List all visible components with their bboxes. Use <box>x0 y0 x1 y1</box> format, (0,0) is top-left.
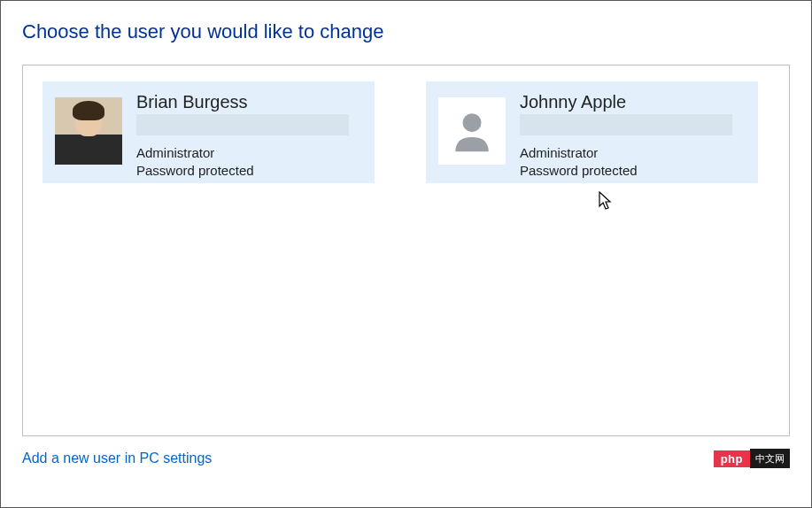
badge-left: php <box>714 450 750 467</box>
user-role: Administrator <box>520 144 746 162</box>
user-info: Brian Burgess Administrator Password pro… <box>136 92 362 181</box>
main-content: Choose the user you would like to change… <box>1 1 811 484</box>
user-tile-brian-burgess[interactable]: Brian Burgess Administrator Password pro… <box>43 81 375 183</box>
user-role: Administrator <box>136 144 362 162</box>
redacted-email <box>520 114 732 135</box>
user-password-status: Password protected <box>136 162 362 180</box>
php-badge: php 中文网 <box>714 449 790 468</box>
user-tile-johnny-apple[interactable]: Johnny Apple Administrator Password prot… <box>426 81 758 183</box>
avatar <box>55 97 122 165</box>
redacted-email <box>136 114 349 135</box>
badge-right: 中文网 <box>750 449 790 468</box>
user-name: Johnny Apple <box>520 92 746 112</box>
add-user-link[interactable]: Add a new user in PC settings <box>22 450 212 466</box>
user-info: Johnny Apple Administrator Password prot… <box>520 92 746 181</box>
footer-row: Add a new user in PC settings php 中文网 <box>22 449 790 468</box>
svg-point-0 <box>463 113 482 132</box>
avatar <box>438 97 506 165</box>
users-list-box: Brian Burgess Administrator Password pro… <box>22 65 790 436</box>
user-photo-icon <box>55 97 122 165</box>
page-title: Choose the user you would like to change <box>22 20 790 43</box>
generic-user-icon <box>438 97 506 165</box>
user-password-status: Password protected <box>520 162 746 180</box>
user-name: Brian Burgess <box>136 92 362 112</box>
